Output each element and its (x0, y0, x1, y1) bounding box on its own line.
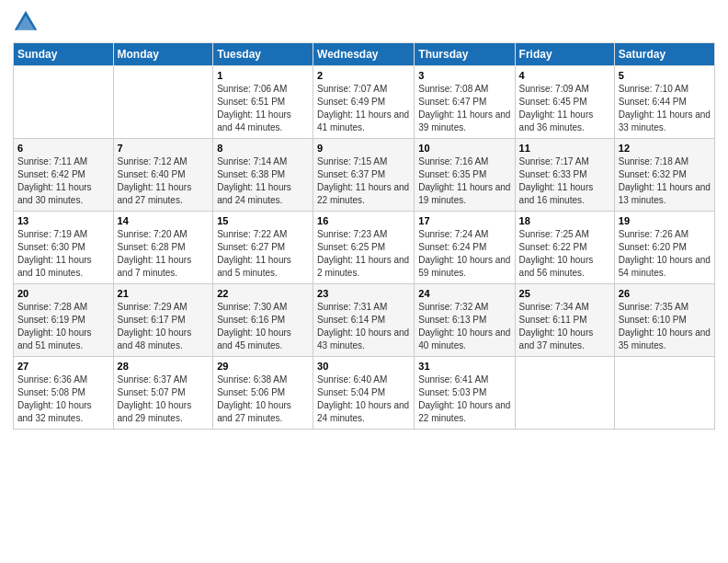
day-info: Sunrise: 7:17 AMSunset: 6:33 PMDaylight:… (519, 155, 610, 207)
day-info: Sunrise: 7:09 AMSunset: 6:45 PMDaylight:… (519, 83, 610, 134)
weekday-header-friday: Friday (515, 43, 614, 66)
day-info: Sunrise: 7:10 AMSunset: 6:44 PMDaylight:… (619, 83, 711, 134)
day-number: 18 (519, 215, 610, 226)
day-number: 13 (17, 215, 109, 226)
header (13, 9, 715, 35)
week-row-2: 6Sunrise: 7:11 AMSunset: 6:42 PMDaylight… (14, 139, 715, 212)
day-number: 15 (217, 215, 309, 226)
day-cell: 23Sunrise: 7:31 AMSunset: 6:14 PMDayligh… (313, 284, 415, 357)
day-info: Sunrise: 7:06 AMSunset: 6:51 PMDaylight:… (217, 83, 309, 134)
day-cell: 27Sunrise: 6:36 AMSunset: 5:08 PMDayligh… (14, 357, 114, 430)
day-cell: 24Sunrise: 7:32 AMSunset: 6:13 PMDayligh… (415, 284, 515, 357)
day-info: Sunrise: 7:29 AMSunset: 6:17 PMDaylight:… (118, 301, 210, 352)
day-cell: 25Sunrise: 7:34 AMSunset: 6:11 PMDayligh… (515, 284, 614, 357)
day-info: Sunrise: 6:38 AMSunset: 5:06 PMDaylight:… (217, 373, 309, 425)
day-cell: 5Sunrise: 7:10 AMSunset: 6:44 PMDaylight… (614, 66, 714, 139)
day-cell: 8Sunrise: 7:14 AMSunset: 6:38 PMDaylight… (213, 139, 313, 212)
logo (13, 9, 42, 35)
day-cell: 31Sunrise: 6:41 AMSunset: 5:03 PMDayligh… (415, 357, 515, 430)
day-number: 8 (217, 143, 309, 154)
day-cell: 19Sunrise: 7:26 AMSunset: 6:20 PMDayligh… (614, 212, 714, 284)
weekday-header-sunday: Sunday (14, 43, 114, 66)
weekday-header-wednesday: Wednesday (313, 43, 415, 66)
day-cell: 30Sunrise: 6:40 AMSunset: 5:04 PMDayligh… (313, 357, 415, 430)
weekday-header-saturday: Saturday (614, 43, 714, 66)
day-number: 21 (118, 288, 210, 299)
day-number: 6 (17, 143, 109, 154)
day-info: Sunrise: 7:20 AMSunset: 6:28 PMDaylight:… (118, 228, 210, 280)
week-row-1: 1Sunrise: 7:06 AMSunset: 6:51 PMDaylight… (14, 66, 715, 139)
day-number: 29 (217, 361, 309, 372)
day-cell: 12Sunrise: 7:18 AMSunset: 6:32 PMDayligh… (614, 139, 714, 212)
day-info: Sunrise: 7:31 AMSunset: 6:14 PMDaylight:… (317, 301, 410, 352)
day-number: 22 (217, 288, 309, 299)
calendar: SundayMondayTuesdayWednesdayThursdayFrid… (13, 42, 715, 430)
day-cell: 29Sunrise: 6:38 AMSunset: 5:06 PMDayligh… (213, 357, 313, 430)
day-info: Sunrise: 7:12 AMSunset: 6:40 PMDaylight:… (118, 155, 210, 207)
day-number: 24 (418, 288, 510, 299)
day-number: 20 (17, 288, 109, 299)
day-number: 28 (118, 361, 210, 372)
day-info: Sunrise: 6:40 AMSunset: 5:04 PMDaylight:… (317, 373, 410, 425)
weekday-header-monday: Monday (113, 43, 213, 66)
day-cell (14, 66, 114, 139)
day-info: Sunrise: 7:24 AMSunset: 6:24 PMDaylight:… (418, 228, 510, 280)
day-cell: 7Sunrise: 7:12 AMSunset: 6:40 PMDaylight… (113, 139, 213, 212)
week-row-4: 20Sunrise: 7:28 AMSunset: 6:19 PMDayligh… (14, 284, 715, 357)
day-info: Sunrise: 7:08 AMSunset: 6:47 PMDaylight:… (418, 83, 510, 134)
day-info: Sunrise: 7:26 AMSunset: 6:20 PMDaylight:… (619, 228, 711, 280)
day-info: Sunrise: 7:14 AMSunset: 6:38 PMDaylight:… (217, 155, 309, 207)
day-cell: 2Sunrise: 7:07 AMSunset: 6:49 PMDaylight… (313, 66, 415, 139)
day-cell: 9Sunrise: 7:15 AMSunset: 6:37 PMDaylight… (313, 139, 415, 212)
day-number: 1 (217, 70, 309, 81)
day-number: 14 (118, 215, 210, 226)
day-info: Sunrise: 6:37 AMSunset: 5:07 PMDaylight:… (118, 373, 210, 425)
day-number: 11 (519, 143, 610, 154)
week-row-5: 27Sunrise: 6:36 AMSunset: 5:08 PMDayligh… (14, 357, 715, 430)
day-number: 4 (519, 70, 610, 81)
weekday-header-row: SundayMondayTuesdayWednesdayThursdayFrid… (14, 43, 715, 66)
day-cell: 1Sunrise: 7:06 AMSunset: 6:51 PMDaylight… (213, 66, 313, 139)
weekday-header-thursday: Thursday (415, 43, 515, 66)
week-row-3: 13Sunrise: 7:19 AMSunset: 6:30 PMDayligh… (14, 212, 715, 284)
day-info: Sunrise: 7:11 AMSunset: 6:42 PMDaylight:… (17, 155, 109, 207)
day-number: 26 (619, 288, 711, 299)
day-info: Sunrise: 7:23 AMSunset: 6:25 PMDaylight:… (317, 228, 410, 280)
day-cell: 22Sunrise: 7:30 AMSunset: 6:16 PMDayligh… (213, 284, 313, 357)
day-cell: 28Sunrise: 6:37 AMSunset: 5:07 PMDayligh… (113, 357, 213, 430)
day-number: 5 (619, 70, 711, 81)
day-number: 12 (619, 143, 711, 154)
logo-icon (13, 9, 39, 35)
day-number: 9 (317, 143, 410, 154)
day-number: 25 (519, 288, 610, 299)
day-info: Sunrise: 7:16 AMSunset: 6:35 PMDaylight:… (418, 155, 510, 207)
day-info: Sunrise: 7:15 AMSunset: 6:37 PMDaylight:… (317, 155, 410, 207)
day-cell (515, 357, 614, 430)
day-cell: 3Sunrise: 7:08 AMSunset: 6:47 PMDaylight… (415, 66, 515, 139)
day-info: Sunrise: 6:36 AMSunset: 5:08 PMDaylight:… (17, 373, 109, 425)
day-info: Sunrise: 7:25 AMSunset: 6:22 PMDaylight:… (519, 228, 610, 280)
day-cell (113, 66, 213, 139)
day-info: Sunrise: 7:18 AMSunset: 6:32 PMDaylight:… (619, 155, 711, 207)
day-info: Sunrise: 7:30 AMSunset: 6:16 PMDaylight:… (217, 301, 309, 352)
day-number: 16 (317, 215, 410, 226)
day-number: 10 (418, 143, 510, 154)
day-cell: 17Sunrise: 7:24 AMSunset: 6:24 PMDayligh… (415, 212, 515, 284)
day-cell: 26Sunrise: 7:35 AMSunset: 6:10 PMDayligh… (614, 284, 714, 357)
day-cell: 14Sunrise: 7:20 AMSunset: 6:28 PMDayligh… (113, 212, 213, 284)
weekday-header-tuesday: Tuesday (213, 43, 313, 66)
day-number: 31 (418, 361, 510, 372)
day-info: Sunrise: 7:22 AMSunset: 6:27 PMDaylight:… (217, 228, 309, 280)
day-info: Sunrise: 7:28 AMSunset: 6:19 PMDaylight:… (17, 301, 109, 352)
day-number: 19 (619, 215, 711, 226)
day-cell: 11Sunrise: 7:17 AMSunset: 6:33 PMDayligh… (515, 139, 614, 212)
day-cell (614, 357, 714, 430)
day-cell: 13Sunrise: 7:19 AMSunset: 6:30 PMDayligh… (14, 212, 114, 284)
day-cell: 6Sunrise: 7:11 AMSunset: 6:42 PMDaylight… (14, 139, 114, 212)
day-cell: 16Sunrise: 7:23 AMSunset: 6:25 PMDayligh… (313, 212, 415, 284)
day-number: 7 (118, 143, 210, 154)
page: SundayMondayTuesdayWednesdayThursdayFrid… (0, 0, 728, 563)
day-info: Sunrise: 6:41 AMSunset: 5:03 PMDaylight:… (418, 373, 510, 425)
day-info: Sunrise: 7:19 AMSunset: 6:30 PMDaylight:… (17, 228, 109, 280)
day-info: Sunrise: 7:35 AMSunset: 6:10 PMDaylight:… (619, 301, 711, 352)
